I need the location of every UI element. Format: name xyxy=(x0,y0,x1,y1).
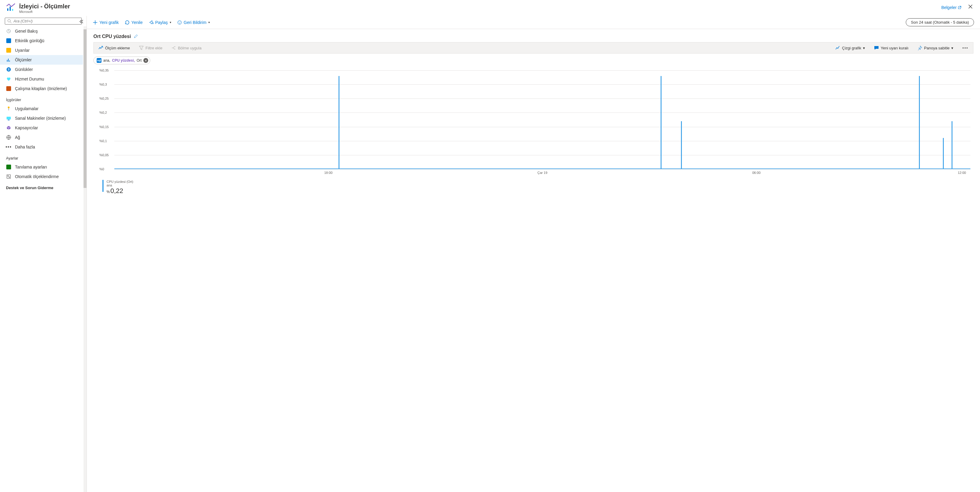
vms-icon xyxy=(6,116,11,121)
new-chart-button[interactable]: Yeni grafik xyxy=(93,20,119,25)
diag-icon xyxy=(6,164,11,170)
logs-icon xyxy=(6,67,11,72)
svg-rect-3 xyxy=(8,68,10,69)
sidebar-item-more[interactable]: •••Daha fazla xyxy=(0,142,83,152)
sidebar-item-diag[interactable]: Tanılama ayarları xyxy=(0,162,83,172)
chip-metric: CPU yüzdesi, xyxy=(112,58,135,63)
section-label-settings: Ayarlar xyxy=(0,152,83,162)
search-box[interactable] xyxy=(5,17,82,25)
svg-rect-7 xyxy=(8,120,10,120)
pin-button[interactable]: Panoya sabitle ▾ xyxy=(916,44,955,51)
svg-rect-6 xyxy=(6,117,11,119)
pin-icon xyxy=(918,46,922,50)
add-metric-button[interactable]: + Ölçüm ekleme xyxy=(97,44,132,51)
alerts-icon xyxy=(6,48,11,53)
data-spike xyxy=(660,76,662,169)
svg-point-10 xyxy=(178,21,181,24)
nav-label: Kapsayıcılar xyxy=(15,125,38,130)
feedback-button[interactable]: Geri Bildirim ▾ xyxy=(177,20,210,25)
edit-title-button[interactable] xyxy=(134,34,138,39)
share-icon xyxy=(149,20,154,25)
chart-area[interactable]: 18:00Çar 1906:0012:00 %0%0,05%0,1%0,15%0… xyxy=(99,70,970,178)
svg-point-0 xyxy=(8,19,11,22)
nav-label: Etkinlik günlüğü xyxy=(15,38,44,43)
overview-icon xyxy=(6,29,11,34)
split-icon xyxy=(171,46,176,50)
y-tick-label: %0,35 xyxy=(99,68,109,72)
legend-resource: ana xyxy=(107,183,133,187)
monitor-logo-icon xyxy=(6,3,16,13)
plus-icon xyxy=(93,20,97,25)
comment-icon xyxy=(874,46,879,50)
y-tick-label: %0 xyxy=(99,167,104,171)
data-spike xyxy=(943,138,944,169)
chart-type-dropdown[interactable]: Çizgi grafik ▾ xyxy=(834,44,867,51)
chip-remove-button[interactable]: ✕ xyxy=(143,58,148,63)
y-tick-label: %0,3 xyxy=(99,83,107,86)
ellipsis-icon: ••• xyxy=(963,46,968,50)
svg-point-2 xyxy=(6,67,11,71)
chart-legend: CPU yüzdesi (Ort) ana %0,22 xyxy=(102,180,974,195)
close-button[interactable] xyxy=(967,3,974,12)
share-button[interactable]: Paylaş ▾ xyxy=(149,20,171,25)
add-filter-button: Filtre ekle xyxy=(137,44,164,51)
pencil-icon xyxy=(134,34,138,38)
apps-icon xyxy=(6,106,11,111)
sidebar-item-overview[interactable]: Genel Bakış xyxy=(0,26,83,36)
search-input[interactable] xyxy=(13,19,79,23)
sidebar-item-containers[interactable]: Kapsayıcılar xyxy=(0,123,83,133)
data-spike xyxy=(919,76,920,169)
external-link-icon xyxy=(958,6,961,9)
containers-icon xyxy=(6,125,11,130)
x-tick-label: 06:00 xyxy=(752,171,760,175)
x-tick-label: Çar 19 xyxy=(537,171,547,175)
nav-label: Sanal Makineler (önizleme) xyxy=(15,116,66,121)
svg-point-12 xyxy=(180,22,180,22)
docs-link[interactable]: Belgeler xyxy=(942,5,961,10)
sidebar-item-health[interactable]: Hizmet Durumu xyxy=(0,74,83,84)
sidebar-item-alerts[interactable]: Uyarılar xyxy=(0,46,83,55)
chevron-down-icon: ▾ xyxy=(208,21,210,24)
x-tick-label: 12:00 xyxy=(958,171,966,175)
data-spike xyxy=(951,121,953,169)
sidebar-item-network[interactable]: Ağ xyxy=(0,133,83,142)
sidebar-item-activity[interactable]: Etkinlik günlüğü xyxy=(0,36,83,46)
apply-split-button: Bölme uygula xyxy=(169,44,203,51)
health-icon xyxy=(6,76,11,82)
sql-icon: sql xyxy=(97,58,102,63)
sidebar-scrollbar[interactable] xyxy=(84,26,86,492)
sidebar: Genel BakışEtkinlik günlüğüUyarılarÖlçüm… xyxy=(0,16,87,492)
sidebar-item-vms[interactable]: Sanal Makineler (önizleme) xyxy=(0,113,83,123)
x-tick-label: 18:00 xyxy=(324,171,332,175)
legend-series-label: CPU yüzdesi (Ort) xyxy=(107,180,133,183)
line-chart-icon xyxy=(835,46,840,50)
page-subtitle: Microsoft xyxy=(19,10,70,13)
nav-label: Uygulamalar xyxy=(15,106,38,111)
sidebar-item-workbooks[interactable]: Çalışma kitapları (önizleme) xyxy=(0,84,83,94)
time-range-picker[interactable]: Son 24 saat (Otomatik - 5 dakika) xyxy=(906,18,974,26)
more-menu-button[interactable]: ••• xyxy=(961,44,970,51)
sidebar-item-apps[interactable]: Uygulamalar xyxy=(0,104,83,113)
section-label-support: Destek ve Sorun Giderme xyxy=(0,181,83,192)
sidebar-item-logs[interactable]: Günlükler xyxy=(0,65,83,74)
sidebar-item-metrics[interactable]: Ölçümler xyxy=(0,55,83,65)
smiley-icon xyxy=(177,20,182,25)
chevron-double-left-icon xyxy=(80,19,84,24)
network-icon xyxy=(6,135,11,140)
new-alert-button[interactable]: Yeni uyarı kuralı xyxy=(872,44,910,51)
svg-text:+: + xyxy=(102,46,103,48)
chip-scope: ana, xyxy=(103,58,110,63)
refresh-button[interactable]: Yenile xyxy=(125,20,143,25)
nav-label: Uyarılar xyxy=(15,48,30,53)
nav-label: Hizmet Durumu xyxy=(15,76,44,81)
svg-point-11 xyxy=(178,22,179,22)
collapse-sidebar-button[interactable] xyxy=(78,17,85,26)
sidebar-item-autoscale[interactable]: Otomatik ölçeklendirme xyxy=(0,172,83,181)
chart-title: Ort CPU yüzdesi xyxy=(93,34,131,39)
chevron-down-icon: ▾ xyxy=(863,46,865,50)
metrics-icon xyxy=(6,57,11,63)
nav-label: Ağ xyxy=(15,135,20,140)
metric-icon: + xyxy=(99,46,103,50)
section-label-insights: İçgörüler xyxy=(0,94,83,104)
metric-chip[interactable]: sql ana, CPU yüzdesi, Ort ✕ xyxy=(93,57,150,64)
